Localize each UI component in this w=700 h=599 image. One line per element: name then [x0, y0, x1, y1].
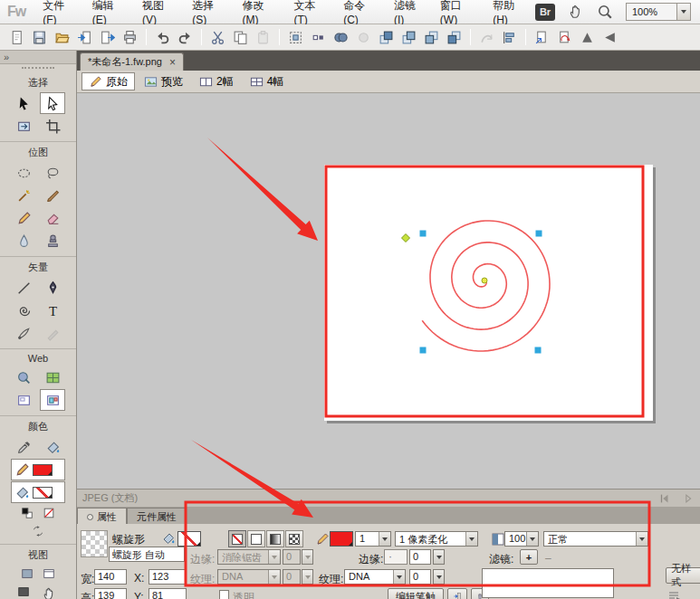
- send-to-back-button[interactable]: [444, 27, 465, 48]
- selection-handle[interactable]: [535, 347, 542, 354]
- magnifier-icon[interactable]: [597, 4, 613, 20]
- paint-bucket-tool[interactable]: [40, 436, 65, 458]
- freeform-tool[interactable]: [11, 322, 36, 344]
- stroke-edge-amount-dropdown[interactable]: [433, 549, 445, 565]
- object-name-field[interactable]: 螺旋形 自动: [109, 547, 185, 562]
- previous-page-icon[interactable]: [658, 492, 671, 505]
- spiral-shape-tool[interactable]: [11, 300, 36, 321]
- fill-pattern-button[interactable]: [285, 530, 303, 547]
- snap-button[interactable]: [285, 27, 306, 48]
- save-stroke-icon[interactable]: [447, 588, 467, 599]
- lasso-tool[interactable]: [40, 162, 65, 184]
- undo-button[interactable]: [152, 27, 173, 48]
- x-field[interactable]: 123: [149, 569, 187, 585]
- hotspot-tool[interactable]: [11, 366, 36, 388]
- eraser-tool[interactable]: [40, 207, 65, 229]
- text-tool[interactable]: T: [40, 300, 65, 321]
- stroke-width-combo[interactable]: 1: [355, 531, 391, 547]
- document-tab[interactable]: *未命名-1.fw.png ×: [80, 52, 184, 71]
- fill-gradient-button[interactable]: [266, 530, 284, 547]
- bring-forward-button[interactable]: [398, 27, 419, 48]
- bridge-button[interactable]: Br: [535, 4, 555, 21]
- next-page-icon[interactable]: [682, 492, 695, 505]
- fill-solid-button[interactable]: [247, 530, 265, 547]
- align-button[interactable]: [499, 27, 520, 48]
- export-symbol-button[interactable]: [532, 27, 552, 48]
- stroke-color-swatch[interactable]: [330, 531, 353, 547]
- marquee-tool[interactable]: [11, 162, 36, 184]
- blend-mode-dropdown[interactable]: 正常: [543, 531, 648, 547]
- stroke-color-well[interactable]: [11, 459, 65, 480]
- no-color-button[interactable]: [40, 504, 58, 521]
- stroke-texture-amount-dropdown[interactable]: [433, 569, 445, 585]
- add-filter-button[interactable]: +: [520, 549, 538, 565]
- print-button[interactable]: [120, 27, 140, 48]
- hand-tool[interactable]: [36, 583, 62, 599]
- crop-tool[interactable]: [40, 115, 65, 137]
- edit-stroke-button[interactable]: 编辑笔触: [388, 588, 444, 599]
- panel-grip[interactable]: [22, 67, 54, 71]
- default-colors-button[interactable]: [18, 504, 36, 521]
- line-tool[interactable]: [11, 277, 36, 299]
- copy-button[interactable]: [230, 27, 251, 48]
- y-field[interactable]: 81: [149, 588, 187, 599]
- pen-tool[interactable]: [40, 277, 65, 299]
- flip-horizontal-button[interactable]: [599, 27, 620, 48]
- pointer-tool[interactable]: [11, 92, 36, 114]
- selection-handle[interactable]: [536, 231, 542, 237]
- style-button[interactable]: 无样式: [666, 567, 700, 584]
- open-button[interactable]: [52, 27, 72, 48]
- transparent-checkbox[interactable]: [219, 590, 229, 599]
- blur-tool[interactable]: [11, 230, 36, 252]
- stroke-texture-dropdown[interactable]: DNA: [344, 569, 406, 585]
- tab-symbol-properties[interactable]: 元件属性: [127, 508, 187, 524]
- fill-none-button[interactable]: [228, 530, 246, 547]
- bring-to-front-button[interactable]: [376, 27, 397, 48]
- brush-tool[interactable]: [40, 185, 65, 206]
- standard-screen-button[interactable]: [18, 565, 36, 582]
- save-button[interactable]: [29, 27, 50, 48]
- width-field[interactable]: 140: [94, 569, 127, 585]
- view-mode-4幅[interactable]: 4幅: [243, 72, 292, 90]
- artboard[interactable]: [324, 165, 653, 421]
- update-symbol-button[interactable]: [554, 27, 575, 48]
- close-icon[interactable]: ×: [169, 57, 176, 68]
- pencil-tool[interactable]: [11, 207, 36, 229]
- rubber-stamp-tool[interactable]: [40, 230, 65, 252]
- full-screen-button[interactable]: [14, 583, 33, 599]
- fill-color-swatch[interactable]: [177, 531, 201, 547]
- view-mode-预览[interactable]: 预览: [137, 72, 190, 90]
- union-button[interactable]: [331, 27, 351, 48]
- height-field[interactable]: 139: [94, 588, 127, 599]
- import-button[interactable]: [74, 27, 95, 48]
- fill-color-well[interactable]: [11, 481, 65, 503]
- stroke-edge-slider[interactable]: [384, 549, 408, 565]
- swap-colors-button[interactable]: [29, 522, 47, 539]
- spiral-shape[interactable]: [422, 221, 550, 351]
- zoom-level-dropdown[interactable]: 100%: [626, 3, 691, 21]
- selection-handle[interactable]: [420, 231, 427, 237]
- flip-vertical-button[interactable]: [577, 27, 598, 48]
- hand-icon[interactable]: [568, 4, 584, 20]
- send-backward-button[interactable]: [421, 27, 442, 48]
- stroke-texture-amount[interactable]: 0: [409, 569, 431, 585]
- hide-hotspots-tool[interactable]: [11, 389, 36, 411]
- eyedropper-tool[interactable]: [11, 436, 36, 458]
- cut-button[interactable]: [207, 27, 228, 48]
- export-area-tool[interactable]: [11, 115, 36, 137]
- slice-tool[interactable]: [40, 366, 65, 388]
- auto-shape-control-point[interactable]: [402, 234, 410, 242]
- view-mode-原始[interactable]: 原始: [82, 72, 135, 90]
- tab-properties[interactable]: 属性: [77, 508, 127, 524]
- stroke-type-dropdown[interactable]: 1 像素柔化: [395, 531, 478, 547]
- panel-options-icon[interactable]: [667, 589, 682, 599]
- opacity-combo[interactable]: 100: [504, 531, 539, 547]
- new-document-button[interactable]: [6, 27, 27, 48]
- selection-handle[interactable]: [420, 347, 427, 354]
- stroke-edge-amount[interactable]: 0: [409, 549, 431, 565]
- redo-button[interactable]: [175, 27, 196, 48]
- magic-wand-tool[interactable]: [11, 185, 36, 206]
- view-mode-2幅[interactable]: 2幅: [192, 72, 241, 90]
- anchors-button[interactable]: [308, 27, 329, 48]
- filters-list[interactable]: [482, 568, 614, 598]
